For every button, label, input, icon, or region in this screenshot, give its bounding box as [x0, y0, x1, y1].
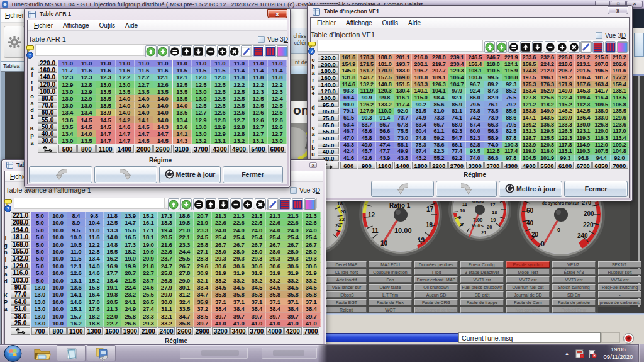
- svg-text:?: ?: [6, 206, 9, 212]
- svg-text:?: ?: [310, 48, 313, 54]
- svg-text:?: ?: [28, 52, 31, 58]
